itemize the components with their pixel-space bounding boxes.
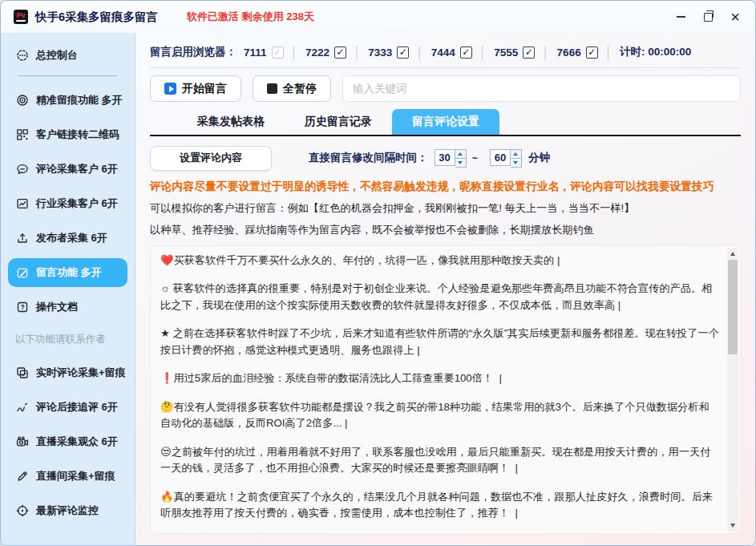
spin-down-icon — [455, 158, 466, 167]
sidebar-item-label: 直播间采集+留痕 — [36, 469, 115, 483]
comment-line: ❤️买获客软件千万不要买什么永久的、年付的，坑得一匹，像我就用那种敢按天卖的 | — [160, 253, 719, 269]
sidebar-item-followup[interactable]: 评论后接追评 6开 — [8, 393, 127, 422]
comment-line: ❗用过5家后的血泪经验：系统自带的数据清洗比人工筛查重要100倍！ | — [160, 370, 719, 386]
close-button[interactable]: × — [722, 5, 749, 29]
comments-content: ❤️买获客软件千万不要买什么永久的、年付的，坑得一匹，像我就用那种敢按天卖的 |… — [160, 253, 719, 530]
interval-max-stepper: 60 — [490, 149, 522, 168]
settings-row: 设置评论内容 直接留言修改间隔时间： 30 ~ 60 分钟 — [150, 145, 741, 171]
spin-down-icon — [511, 158, 521, 167]
comment-line: ★ 之前在选择获客软件时踩了不少坑，后来才知道有些软件所谓的“永久版”其实后续更… — [160, 326, 719, 358]
maximize-button[interactable] — [694, 5, 722, 29]
interval-label: 直接留言修改间隔时间： — [309, 151, 428, 165]
live-icon — [15, 435, 29, 449]
chart-icon — [15, 197, 29, 211]
sidebar-item-live-audience[interactable]: 直播采集观众 6开 — [8, 427, 127, 456]
stop-icon — [267, 83, 277, 94]
minimize-icon — [677, 16, 685, 18]
sidebar-item-label: 行业采集客户 6开 — [36, 196, 118, 211]
browser-checkbox-7555[interactable]: 7555✓ — [494, 47, 535, 59]
browser-checkbox-7333[interactable]: 7333✓ — [368, 47, 409, 59]
vertical-scrollbar[interactable] — [727, 248, 738, 532]
monitor-icon — [15, 504, 29, 518]
checkbox-separator: │ — [605, 46, 612, 59]
sidebar-item-docs[interactable]: ?操作文档 — [8, 293, 127, 322]
followup-icon — [15, 401, 29, 415]
sidebar-item-comment-collect[interactable]: 评论采集客户 6开 — [8, 155, 127, 184]
play-icon — [164, 83, 176, 95]
sidebar-item-label: 发布者采集 6开 — [36, 231, 107, 245]
main-panel: 留言启用浏览器： 7111✓│7222✓│7333✓│7444✓│7555✓│7… — [135, 33, 755, 545]
spin-up-icon — [455, 150, 466, 158]
browser-checkbox-7111: 7111✓ — [244, 47, 284, 59]
checkbox-icon: ✓ — [586, 47, 598, 59]
interval-tilde: ~ — [472, 152, 479, 164]
titlebar: Pv 快手6采集多留痕多留言 软件已激活 剩余使用 238天 × — [1, 1, 755, 33]
browser-checkbox-7222[interactable]: 7222✓ — [305, 47, 346, 59]
pause-all-button[interactable]: 全暂停 — [253, 75, 331, 102]
browser-toolbar: 留言启用浏览器： 7111✓│7222✓│7333✓│7444✓│7555✓│7… — [150, 39, 741, 65]
target-icon — [15, 94, 29, 107]
keyword-input[interactable] — [342, 75, 741, 102]
restore-icon — [704, 13, 713, 22]
comment-icon — [15, 163, 29, 176]
sidebar-item-industry-collect[interactable]: 行业采集客户 6开 — [8, 189, 127, 218]
tab-collect-table[interactable]: 采集发帖表格 — [177, 109, 285, 135]
checkbox-separator: │ — [542, 46, 549, 59]
interval-min-value[interactable]: 30 — [435, 149, 455, 166]
app-logo-icon: Pv — [14, 10, 28, 24]
comment-line: 😒之前被年付的坑过，用着用着就不好用了，联系客服也没啥用，最后只能重新买。现在都… — [160, 444, 719, 477]
interval-min-stepper: 30 — [435, 149, 467, 168]
scroll-down-icon[interactable] — [727, 520, 738, 532]
sidebar-item-comment-monitor[interactable]: 最新评论监控 — [8, 496, 127, 525]
tab-history-record[interactable]: 历史留言记录 — [285, 109, 392, 135]
browser-id-label: 7555 — [494, 47, 518, 59]
scroll-up-icon[interactable] — [727, 248, 738, 259]
checkbox-separator: │ — [479, 46, 487, 59]
sidebar-item-label: 评论后接追评 6开 — [36, 400, 118, 415]
start-message-label: 开始留言 — [182, 82, 227, 96]
sidebar-item-message[interactable]: 留言功能 多开 — [8, 258, 127, 287]
sidebar-item-liveroom-collect[interactable]: 直播间采集+留痕 — [8, 462, 127, 491]
comments-textarea[interactable]: ❤️买获客软件千万不要买什么永久的、年付的，坑得一匹，像我就用那种敢按天卖的 |… — [150, 245, 741, 534]
svg-text:?: ? — [20, 303, 24, 311]
doc-icon: ? — [15, 301, 29, 314]
sidebar-item-label: 最新评论监控 — [36, 504, 99, 518]
checkbox-separator: │ — [416, 46, 423, 59]
scrollbar-thumb[interactable] — [728, 260, 738, 354]
console-icon — [15, 49, 29, 63]
interval-max-value[interactable]: 60 — [490, 149, 511, 166]
browser-checkbox-7666[interactable]: 7666✓ — [557, 47, 598, 59]
sidebar-item-qr-link[interactable]: 客户链接转二维码 — [8, 120, 127, 149]
close-icon: × — [730, 9, 740, 25]
checkbox-separator: │ — [291, 46, 298, 59]
liveroom-icon — [15, 470, 29, 483]
sidebar-item-label: 直播采集观众 6开 — [36, 435, 118, 449]
sidebar-item-console[interactable]: 总控制台 — [8, 41, 127, 70]
action-row: 开始留言 全暂停 — [150, 75, 741, 102]
checkbox-icon: ✓ — [523, 47, 535, 59]
comment-line: ☼ 获客软件的选择真的很重要，特别是对于初创企业来说。个人经验是避免那些年费高昂… — [160, 281, 719, 313]
sidebar-item-publisher-collect[interactable]: 发布者采集 6开 — [8, 224, 127, 253]
tab-comment-settings[interactable]: 留言评论设置 — [392, 109, 499, 135]
browser-id-label: 7111 — [244, 47, 267, 59]
comment-line: 🤔有没有人觉得很多获客软件功能都是摆设？我之前买的带18种功能，结果常用的就3个… — [160, 399, 719, 432]
tabs-row: 采集发帖表格历史留言记录留言评论设置 — [150, 109, 741, 136]
interval-min-spin-buttons[interactable] — [455, 149, 467, 168]
sidebar-item-realtime-collect[interactable]: 实时评论采集+留痕 — [8, 358, 127, 387]
tip-line-2: 以种草、推荐经验、踩坑指南等作为留言内容，既不会被举报也不会被删除，长期摆放长期… — [150, 223, 741, 237]
browser-id-label: 7444 — [431, 47, 455, 59]
sidebar-item-precise-trace[interactable]: 精准留痕功能 多开 — [8, 86, 127, 115]
checkbox-icon: ✓ — [460, 47, 472, 59]
browser-toolbar-label: 留言启用浏览器： — [150, 45, 237, 59]
browser-list: 7111✓│7222✓│7333✓│7444✓│7555✓│7666✓│ — [244, 46, 612, 59]
window-controls: × — [667, 5, 749, 29]
set-comment-content-button[interactable]: 设置评论内容 — [150, 146, 272, 171]
browser-checkbox-7444[interactable]: 7444✓ — [431, 47, 472, 59]
edit-icon — [15, 266, 29, 280]
license-status-badge: 软件已激活 剩余使用 238天 — [187, 10, 314, 24]
sidebar-section-note: 以下功能请联系作者 — [8, 327, 127, 352]
start-message-button[interactable]: 开始留言 — [150, 75, 241, 102]
minimize-button[interactable] — [667, 5, 694, 29]
warning-text: 评论内容尽量不要设置过于明显的诱导性，不然容易触发违规，昵称直接设置行业名，评论… — [150, 180, 741, 194]
interval-max-spin-buttons[interactable] — [511, 149, 522, 168]
